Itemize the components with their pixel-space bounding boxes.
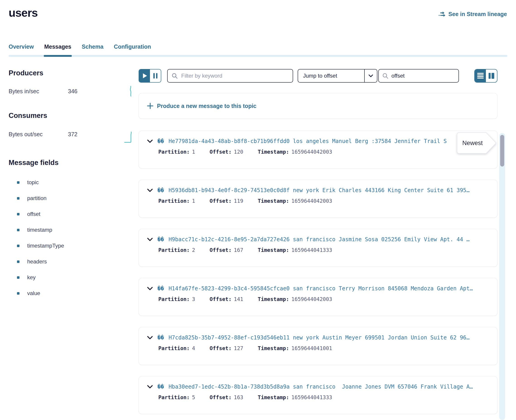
message-meta: Partition:1 Offset:119 Timestamp:1659644… bbox=[158, 198, 489, 204]
timestamp-field: Timestamp:1659644042003 bbox=[258, 296, 332, 302]
message-header: �� He77981da-4a43-48ab-b8f8-cb71b96ffdd0… bbox=[147, 138, 489, 144]
tab-schema[interactable]: Schema bbox=[82, 44, 104, 57]
pause-icon bbox=[153, 73, 157, 79]
message-value-preview: H5936db81-b943-4e0f-8c29-74513e0c0d8f ne… bbox=[169, 187, 489, 194]
offset-field: Offset:141 bbox=[209, 296, 243, 302]
expand-chevron-icon[interactable] bbox=[147, 287, 153, 290]
search-icon bbox=[172, 73, 177, 79]
message-field-topic[interactable]: topic bbox=[9, 174, 139, 190]
chevron-down-icon bbox=[365, 69, 377, 82]
message-card[interactable]: �� H9bacc71c-b12c-4216-8e95-2a7da727e426… bbox=[139, 229, 497, 267]
toolbar: Jump to offset bbox=[139, 69, 497, 82]
message-card[interactable]: �� H7cda825b-35b7-4952-88ef-c193d546eb11… bbox=[139, 327, 497, 365]
message-value-preview: H7cda825b-35b7-4952-88ef-c193d546eb11 ne… bbox=[169, 334, 489, 341]
field-label: headers bbox=[27, 258, 47, 265]
message-header: �� H14fa67fe-5823-4299-b3c4-595845cfcae0… bbox=[147, 285, 489, 292]
message-field-key[interactable]: key bbox=[9, 270, 139, 285]
bytes-in-label: Bytes in/sec bbox=[9, 88, 68, 95]
tab-bar: Overview Messages Schema Configuration bbox=[0, 44, 516, 57]
partition-field: Partition:2 bbox=[158, 247, 195, 253]
field-bullet-icon bbox=[17, 292, 19, 295]
stream-lineage-link[interactable]: See in Stream lineage bbox=[439, 11, 507, 17]
topic-page: users See in Stream lineage Overview Mes… bbox=[0, 0, 516, 420]
consumers-metric-row: Bytes out/sec 372 bbox=[9, 128, 139, 140]
page-header: users See in Stream lineage bbox=[0, 0, 516, 19]
sidebar: Producers Bytes in/sec 346 Consumers Byt… bbox=[0, 69, 139, 420]
scrollbar-track[interactable] bbox=[499, 133, 505, 420]
list-view-icon bbox=[477, 73, 484, 79]
field-label: topic bbox=[27, 179, 39, 186]
bytes-in-value: 346 bbox=[68, 88, 77, 95]
partition-field: Partition:4 bbox=[158, 345, 195, 351]
offset-field: Offset:163 bbox=[209, 394, 243, 400]
partition-field: Partition:1 bbox=[158, 198, 195, 204]
column-view-icon bbox=[489, 73, 494, 79]
expand-chevron-icon[interactable] bbox=[147, 139, 153, 143]
field-bullet-icon bbox=[17, 213, 19, 215]
plus-icon bbox=[147, 103, 153, 109]
bytes-out-value: 372 bbox=[68, 131, 77, 138]
stream-lineage-icon bbox=[439, 11, 446, 17]
newest-tooltip-label: Newest bbox=[460, 132, 485, 154]
partition-field: Partition:5 bbox=[158, 394, 195, 400]
expand-chevron-icon[interactable] bbox=[147, 238, 153, 241]
message-meta: Partition:1 Offset:120 Timestamp:1659644… bbox=[158, 149, 489, 155]
bytes-in-sparkline bbox=[128, 86, 134, 97]
offset-search-input[interactable] bbox=[391, 72, 462, 79]
message-magic-bytes: �� bbox=[157, 285, 164, 292]
message-card[interactable]: �� Hba30eed7-1edc-452b-8b1a-738d3b5d8a9a… bbox=[139, 376, 497, 414]
play-pause-toggle bbox=[139, 69, 161, 82]
message-field-headers[interactable]: headers bbox=[9, 254, 139, 270]
message-meta: Partition:2 Offset:167 Timestamp:1659644… bbox=[158, 247, 489, 253]
expand-chevron-icon[interactable] bbox=[147, 188, 153, 192]
column-view-button[interactable] bbox=[486, 69, 497, 82]
offset-field: Offset:167 bbox=[209, 247, 243, 253]
message-header: �� H9bacc71c-b12c-4216-8e95-2a7da727e426… bbox=[147, 236, 489, 243]
partition-field: Partition:1 bbox=[158, 149, 195, 155]
message-field-value[interactable]: value bbox=[9, 285, 139, 301]
field-bullet-icon bbox=[17, 245, 19, 247]
offset-field: Offset:127 bbox=[209, 345, 243, 351]
timestamp-field: Timestamp:1659644042003 bbox=[258, 198, 332, 204]
message-card[interactable]: �� H14fa67fe-5823-4299-b3c4-595845cfcae0… bbox=[139, 278, 497, 316]
field-label: key bbox=[27, 274, 36, 281]
field-bullet-icon bbox=[17, 181, 19, 184]
message-value-preview: He77981da-4a43-48ab-b8f8-cb71b96ffdd0 lo… bbox=[169, 138, 489, 144]
keyword-filter[interactable] bbox=[167, 69, 293, 82]
expand-chevron-icon[interactable] bbox=[147, 336, 153, 339]
message-header: �� H7cda825b-35b7-4952-88ef-c193d546eb11… bbox=[147, 334, 489, 341]
producers-metric-row: Bytes in/sec 346 bbox=[9, 86, 139, 97]
message-card[interactable]: �� He77981da-4a43-48ab-b8f8-cb71b96ffdd0… bbox=[139, 131, 497, 169]
timestamp-field: Timestamp:1659644041333 bbox=[258, 394, 332, 400]
message-field-timestamp[interactable]: timestamp bbox=[9, 222, 139, 238]
bytes-out-label: Bytes out/sec bbox=[9, 131, 68, 138]
field-bullet-icon bbox=[17, 276, 19, 279]
message-fields-heading: Message fields bbox=[9, 159, 139, 167]
field-label: value bbox=[27, 290, 40, 296]
message-field-timestampType[interactable]: timestampType bbox=[9, 238, 139, 254]
message-field-partition[interactable]: partition bbox=[9, 190, 139, 206]
message-field-offset[interactable]: offset bbox=[9, 206, 139, 222]
jump-to-offset-select[interactable]: Jump to offset bbox=[298, 69, 377, 82]
message-card[interactable]: �� H5936db81-b943-4e0f-8c29-74513e0c0d8f… bbox=[139, 180, 497, 218]
tab-messages[interactable]: Messages bbox=[44, 44, 71, 57]
play-button[interactable] bbox=[139, 69, 150, 82]
message-value-preview: H14fa67fe-5823-4299-b3c4-595845cfcae0 sa… bbox=[169, 285, 489, 292]
list-view-button[interactable] bbox=[475, 69, 486, 82]
produce-message-button[interactable]: Produce a new message to this topic bbox=[139, 93, 497, 119]
pause-button[interactable] bbox=[150, 69, 161, 82]
message-meta: Partition:5 Offset:163 Timestamp:1659644… bbox=[158, 394, 489, 400]
field-label: partition bbox=[27, 195, 46, 201]
view-mode-toggle bbox=[474, 69, 497, 82]
keyword-filter-input[interactable] bbox=[181, 72, 289, 79]
field-label: timestampType bbox=[27, 243, 64, 249]
stream-lineage-label: See in Stream lineage bbox=[448, 11, 507, 17]
messages-panel: Jump to offset bbox=[139, 69, 516, 420]
search-icon bbox=[382, 73, 388, 79]
expand-chevron-icon[interactable] bbox=[147, 385, 153, 389]
tab-overview[interactable]: Overview bbox=[9, 44, 34, 57]
tab-configuration[interactable]: Configuration bbox=[114, 44, 151, 57]
offset-search[interactable] bbox=[378, 69, 459, 82]
consumers-heading: Consumers bbox=[9, 112, 139, 120]
scrollbar-thumb[interactable] bbox=[500, 135, 504, 166]
